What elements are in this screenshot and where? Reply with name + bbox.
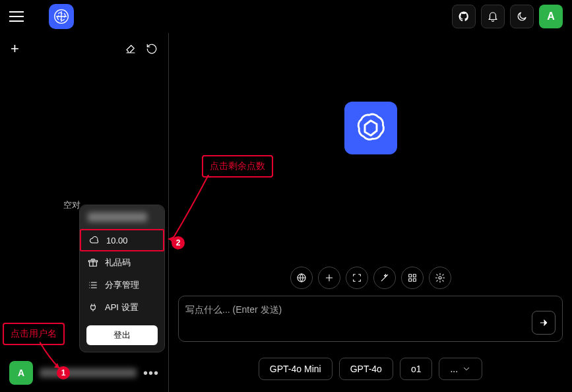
message-input[interactable]: 写点什么... (Enter 发送) (178, 296, 563, 342)
openai-icon (353, 110, 389, 146)
svg-rect-3 (408, 278, 411, 281)
github-button[interactable] (452, 5, 476, 28)
app-logo (49, 4, 74, 29)
model-label: o1 (411, 364, 422, 374)
moon-icon (516, 11, 528, 22)
sidebar-username[interactable] (40, 368, 137, 377)
new-chat-button[interactable]: + (11, 40, 19, 57)
settings-button[interactable] (429, 267, 451, 289)
svg-rect-1 (408, 275, 411, 277)
input-placeholder: 写点什么... (Enter 发送) (185, 303, 525, 316)
user-menu-popup: 10.00 礼品码 分享管理 API 设置 登出 (79, 205, 165, 352)
sidebar-avatar-initial: A (18, 368, 24, 378)
user-avatar[interactable]: A (539, 5, 563, 28)
model-label: GPT-4o Mini (270, 364, 321, 374)
chevron-down-icon (462, 364, 471, 374)
avatar-initial: A (547, 11, 555, 22)
sidebar-more-button[interactable]: ••• (143, 366, 159, 381)
gear-icon (435, 273, 445, 283)
send-icon (538, 317, 549, 328)
globe-icon (296, 273, 307, 283)
list-icon (88, 280, 98, 290)
model-selector: GPT-4o Mini GPT-4o o1 ... (169, 348, 572, 392)
model-label: GPT-4o (350, 364, 382, 374)
center-logo (344, 102, 397, 154)
sidebar-section-label: 空对 (63, 199, 80, 211)
plugins-button[interactable] (401, 267, 424, 289)
input-toolbar (169, 267, 572, 296)
erase-icon[interactable] (125, 43, 137, 55)
plus-icon (324, 273, 334, 283)
svg-rect-4 (413, 278, 416, 281)
plug-icon (88, 302, 98, 313)
notifications-button[interactable] (481, 5, 505, 28)
svg-rect-2 (413, 275, 416, 277)
svg-point-5 (439, 277, 441, 279)
grid-icon (407, 273, 418, 283)
points-balance-item[interactable]: 10.00 (80, 229, 164, 251)
model-label: ... (450, 364, 458, 374)
magic-button[interactable] (373, 267, 396, 289)
cloud-icon (89, 235, 100, 245)
menu-item-label: 分享管理 (105, 279, 139, 291)
expand-icon (352, 273, 362, 283)
api-settings-item[interactable]: API 设置 (80, 296, 164, 319)
gift-icon (88, 257, 98, 268)
bell-icon (487, 11, 499, 22)
model-gpt4o[interactable]: GPT-4o (339, 358, 393, 380)
logout-label: 登出 (113, 329, 131, 341)
share-manage-item[interactable]: 分享管理 (80, 274, 164, 296)
openai-icon (53, 8, 70, 25)
github-icon (458, 11, 470, 22)
sidebar-user-avatar[interactable]: A (9, 361, 33, 385)
refresh-icon[interactable] (146, 43, 158, 55)
points-value: 10.00 (106, 236, 128, 245)
web-button[interactable] (290, 267, 313, 289)
fullscreen-button[interactable] (346, 267, 368, 289)
theme-toggle-button[interactable] (510, 5, 534, 28)
logout-button[interactable]: 登出 (86, 325, 158, 345)
add-button[interactable] (318, 267, 340, 289)
wand-icon (379, 273, 390, 283)
popup-username (80, 205, 164, 229)
send-button[interactable] (532, 311, 556, 335)
main-panel: 写点什么... (Enter 发送) GPT-4o Mini GPT-4o o1… (169, 33, 572, 392)
gift-code-item[interactable]: 礼品码 (80, 251, 164, 274)
hamburger-menu[interactable] (9, 7, 28, 26)
menu-item-label: API 设置 (105, 302, 139, 313)
model-more[interactable]: ... (439, 358, 482, 380)
model-gpt4o-mini[interactable]: GPT-4o Mini (259, 358, 333, 380)
menu-item-label: 礼品码 (105, 257, 131, 269)
model-o1[interactable]: o1 (400, 358, 433, 380)
